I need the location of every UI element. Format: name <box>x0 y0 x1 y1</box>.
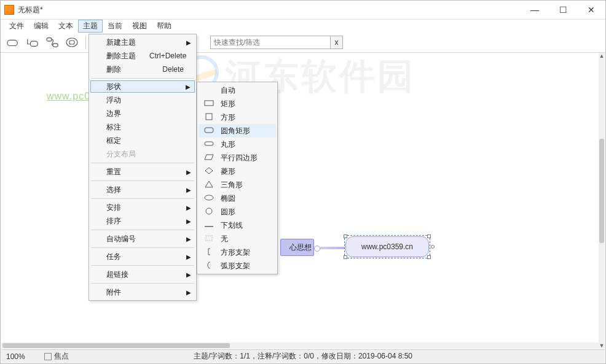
shape-diamond[interactable]: 菱形 <box>199 165 276 178</box>
shape-pill-icon <box>203 140 214 149</box>
menu-item-delete-topic[interactable]: 删除主题Ctrl+Delete <box>90 49 195 63</box>
shape-none[interactable]: 无 <box>199 232 276 246</box>
horizontal-scrollbar[interactable] <box>1 343 599 349</box>
submenu-arrow-icon: ▶ <box>186 204 191 211</box>
menu-separator <box>91 283 194 284</box>
menu-separator <box>91 230 194 230</box>
scroll-up-icon[interactable]: ▲ <box>599 53 605 59</box>
menu-help[interactable]: 帮助 <box>152 20 176 33</box>
menu-file[interactable]: 文件 <box>4 20 29 33</box>
shape-square-icon <box>203 113 214 122</box>
titlebar: 无标题* — ☐ ✕ <box>1 1 605 20</box>
shape-square-bracket[interactable]: 方形支架 <box>199 246 276 259</box>
shape-circle-icon <box>203 207 214 217</box>
menu-item-float[interactable]: 浮动 <box>90 93 195 107</box>
shape-roundrect-icon <box>203 126 214 136</box>
shape-square[interactable]: 方形 <box>199 110 276 124</box>
submenu-arrow-icon: ▶ <box>186 187 191 193</box>
menubar: 文件 编辑 文本 主题 当前 视图 帮助 <box>1 20 605 32</box>
scrollbar-thumb[interactable] <box>2 343 230 348</box>
menu-topic[interactable]: 主题 <box>78 20 103 33</box>
menu-item-branch-layout: 分支布局 <box>90 147 195 161</box>
svg-point-22 <box>206 208 212 214</box>
svg-rect-1 <box>30 41 37 46</box>
menu-item-frame[interactable]: 框定 <box>90 134 195 147</box>
new-subtopic-button[interactable] <box>24 34 41 50</box>
menu-separator <box>91 198 194 199</box>
svg-rect-0 <box>7 40 18 45</box>
svg-rect-14 <box>205 101 213 106</box>
shape-ellipse[interactable]: 椭圆 <box>199 192 276 205</box>
menu-current[interactable]: 当前 <box>103 20 127 33</box>
submenu-arrow-icon: ▶ <box>186 271 191 278</box>
boundary-button[interactable] <box>63 34 81 50</box>
menu-text[interactable]: 文本 <box>53 20 78 33</box>
shape-bracket-arc-icon <box>203 261 214 271</box>
search-input[interactable] <box>210 36 331 49</box>
shape-rectangle-icon <box>203 99 214 109</box>
close-button[interactable]: ✕ <box>577 1 605 19</box>
toolbar-separator <box>85 36 86 49</box>
menu-item-delete[interactable]: 删除Delete <box>90 63 195 76</box>
shape-rounded-rectangle[interactable]: 圆角矩形 <box>199 124 276 137</box>
search-clear-button[interactable]: x <box>331 36 343 49</box>
mindmap-center-node[interactable]: 心思想 <box>280 239 314 256</box>
shape-triangle-icon <box>203 180 214 190</box>
node-label: 心思想 <box>289 242 312 253</box>
maximize-button[interactable]: ☐ <box>549 1 577 19</box>
svg-rect-17 <box>205 142 213 145</box>
shape-parallelogram[interactable]: 平行四边形 <box>199 151 276 165</box>
menu-item-arrange[interactable]: 安排▶ <box>90 201 195 214</box>
menu-separator <box>91 247 194 248</box>
menu-item-hyperlink[interactable]: 超链接▶ <box>90 268 195 281</box>
menu-separator <box>91 163 194 163</box>
new-topic-button[interactable] <box>4 34 22 50</box>
svg-marker-19 <box>205 168 213 174</box>
statusbar: 100% 焦点 主题/字词数：1/1，注释/字词数：0/0，修改日期：2019-… <box>1 349 605 363</box>
vertical-scrollbar[interactable]: ▲ ▼ <box>599 53 605 349</box>
menu-item-callout[interactable]: 标注 <box>90 120 195 134</box>
shape-circle[interactable]: 圆形 <box>199 205 276 219</box>
window-title: 无标题* <box>18 5 43 15</box>
menu-item-sort[interactable]: 排序▶ <box>90 214 195 228</box>
relationship-button[interactable] <box>44 34 61 50</box>
shape-parallelogram-icon <box>203 153 214 163</box>
svg-point-21 <box>205 195 213 200</box>
scroll-down-icon[interactable]: ▼ <box>599 343 605 349</box>
menu-separator <box>91 180 194 181</box>
shape-bracket-square-icon <box>203 248 214 257</box>
menu-item-task[interactable]: 任务▶ <box>90 250 195 263</box>
shape-arc-bracket[interactable]: 弧形支架 <box>199 259 276 273</box>
menu-item-auto-number[interactable]: 自动编号▶ <box>90 232 195 246</box>
shape-underline-icon <box>203 221 214 230</box>
mindmap-child-node[interactable]: www.pc0359.cn <box>345 236 429 257</box>
shape-ellipse-icon <box>203 194 214 203</box>
menu-item-reset[interactable]: 重置▶ <box>90 165 195 179</box>
menu-item-shape[interactable]: 形状▶ <box>90 80 195 93</box>
menu-item-attachment[interactable]: 附件▶ <box>90 285 195 299</box>
svg-marker-18 <box>205 155 213 160</box>
submenu-arrow-icon: ▶ <box>186 39 191 46</box>
menu-item-select[interactable]: 选择▶ <box>90 183 195 196</box>
shape-submenu: 自动 矩形 方形 圆角矩形 丸形 平行四边形 菱形 三角形 椭圆 圆形 下划线 … <box>197 82 278 274</box>
minimize-button[interactable]: — <box>521 1 549 19</box>
submenu-arrow-icon: ▶ <box>186 218 191 225</box>
window-controls: — ☐ ✕ <box>521 1 605 19</box>
status-info: 主题/字词数：1/1，注释/字词数：0/0，修改日期：2019-06-04 8:… <box>1 351 605 362</box>
search-box: x <box>210 36 343 49</box>
shape-underline[interactable]: 下划线 <box>199 219 276 232</box>
svg-rect-24 <box>206 236 212 241</box>
menu-item-boundary[interactable]: 边界 <box>90 107 195 120</box>
submenu-arrow-icon: ▶ <box>186 169 191 176</box>
submenu-arrow-icon: ▶ <box>186 254 191 260</box>
shape-none-icon <box>203 234 214 244</box>
menu-item-new-topic[interactable]: 新建主题▶ <box>90 36 195 49</box>
shape-triangle[interactable]: 三角形 <box>199 178 276 192</box>
menu-view[interactable]: 视图 <box>127 20 152 33</box>
scrollbar-thumb[interactable] <box>599 139 604 243</box>
app-icon <box>4 5 14 15</box>
menu-edit[interactable]: 编辑 <box>29 20 53 33</box>
shape-auto[interactable]: 自动 <box>199 83 276 97</box>
shape-pill[interactable]: 丸形 <box>199 137 276 151</box>
shape-rectangle[interactable]: 矩形 <box>199 97 276 110</box>
